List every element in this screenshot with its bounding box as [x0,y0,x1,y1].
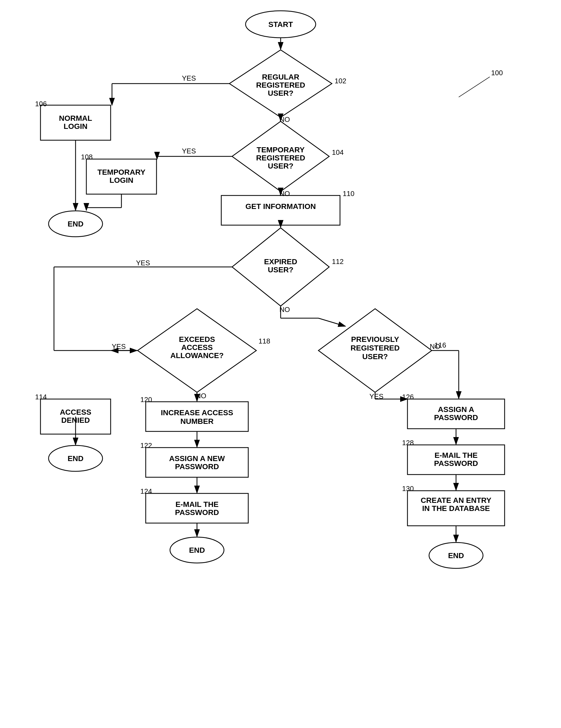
ref-100: 100 [491,69,503,77]
start-label: START [268,20,293,29]
node-106-label: NORMAL [59,114,92,122]
node-120-label: INCREASE ACCESS [161,408,233,417]
end-label-3: END [189,546,205,554]
ref-122: 122 [140,441,152,449]
node-126-label2: PASSWORD [434,413,478,422]
node-122-label: ASSIGN A NEW [169,454,225,463]
label-yes-118: YES [112,342,126,351]
node-116-label3: USER? [363,352,388,361]
ref-124: 124 [140,487,152,495]
node-124-label: E-MAIL THE [175,500,218,509]
node-128-label2: PASSWORD [434,459,478,468]
ref-130: 130 [402,485,414,493]
label-yes-116: YES [370,392,384,400]
end-label-4: END [448,551,464,560]
label-yes-104: YES [182,147,196,155]
label-no-116: NO [430,342,440,351]
label-yes-102: YES [182,74,196,82]
node-128-label: E-MAIL THE [435,451,478,459]
end-label-2: END [67,454,83,463]
ref-100-line [459,77,490,97]
ref-120: 120 [140,396,152,404]
node-102-label2: REGISTERED [256,81,305,89]
node-118-label: EXCEEDS [179,335,215,344]
end-label-1: END [67,220,83,228]
node-112-label: EXPIRED [264,257,298,266]
ref-118: 118 [258,337,270,345]
node-108-label: TEMPORARY [97,168,145,176]
label-no-102: NO [279,115,290,123]
node-102-label3: USER? [268,89,294,97]
label-yes-112: YES [136,259,150,267]
node-118-label2: ACCESS [181,343,213,352]
ref-102: 102 [335,77,346,85]
node-118-label3: ALLOWANCE? [170,351,224,360]
arrow-112-no-merge [319,318,346,326]
node-102-label: REGULAR [262,73,299,81]
ref-108: 108 [81,153,93,161]
node-120-label2: NUMBER [180,417,214,425]
ref-126: 126 [402,393,414,401]
label-no-118: NO [196,392,206,400]
node-130-label: CREATE AN ENTRY [421,496,491,504]
node-124-label2: PASSWORD [175,508,219,517]
ref-128: 128 [402,439,414,447]
ref-114: 114 [35,393,47,401]
node-116-label: PREVIOUSLY [351,335,399,344]
node-108-label2: LOGIN [109,176,133,184]
ref-112: 112 [332,257,344,266]
node-106-label2: LOGIN [64,122,88,131]
node-122-label2: PASSWORD [175,462,219,471]
ref-104: 104 [332,148,344,156]
node-116-label2: REGISTERED [351,344,400,352]
node-126-label: ASSIGN A [438,405,474,414]
node-112-label2: USER? [268,266,294,274]
node-104-label3: USER? [268,162,294,170]
label-no-104: NO [279,190,290,198]
label-no-112: NO [279,305,290,314]
node-110-label: GET INFORMATION [245,202,316,211]
node-104-label2: REGISTERED [256,154,305,162]
ref-106: 106 [35,100,47,108]
node-104-label: TEMPORARY [256,146,305,154]
node-114-label: ACCESS [60,408,91,416]
ref-110: 110 [343,190,354,198]
node-130-label2: IN THE DATABASE [422,504,490,513]
